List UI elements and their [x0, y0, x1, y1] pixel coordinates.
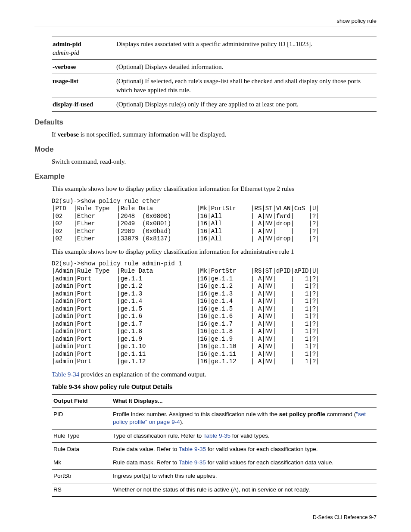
table-row: RS Whether or not the status of this rul…	[52, 483, 377, 496]
param-desc: (Optional) If selected, each rule's usag…	[115, 74, 377, 97]
output-desc: Whether or not the status of this rule i…	[111, 483, 377, 496]
section-defaults-heading: Defaults	[34, 118, 377, 128]
text-fragment: ).	[180, 419, 184, 425]
table-row: usage-list (Optional) If selected, each …	[52, 74, 377, 97]
parameter-table: admin-pid admin-pid Displays rules assoc…	[52, 37, 377, 112]
xref-link[interactable]: Table 9-35	[179, 446, 206, 452]
text-bold: verbose	[58, 131, 79, 138]
param-key-bold: display-if-used	[53, 101, 93, 108]
output-desc: Profile index number. Assigned to this c…	[111, 408, 377, 429]
output-desc: Rule data value. Refer to Table 9-35 for…	[111, 442, 377, 456]
table-row: Rule Type Type of classification rule. R…	[52, 429, 377, 442]
output-desc: Rule data mask. Refer to Table 9-35 for …	[111, 456, 377, 470]
col-what-displays: What It Displays...	[111, 394, 377, 408]
code-block-2: D2(su)->show policy rule admin-pid 1 |Ad…	[52, 260, 377, 366]
text-fragment: is not specified, summary information wi…	[79, 131, 226, 138]
table-row: display-if-used (Optional) Displays rule…	[52, 97, 377, 111]
text-fragment: provides an explanation of the command o…	[79, 371, 206, 378]
table-row: PortStr Ingress port(s) to which this ru…	[52, 470, 377, 483]
output-field: PortStr	[52, 470, 111, 483]
output-field: Mk	[52, 456, 111, 470]
col-output-field: Output Field	[52, 394, 111, 408]
output-field: RS	[52, 483, 111, 496]
table-row: -verbose (Optional) Displays detailed in…	[52, 60, 377, 74]
text-bold: set policy profile	[279, 411, 325, 417]
header-right: show policy rule	[337, 18, 377, 24]
table-row: Rule Data Rule data value. Refer to Tabl…	[52, 442, 377, 456]
text-fragment: for valid types.	[230, 432, 270, 439]
param-desc: Displays rules associated with a specifi…	[115, 37, 377, 60]
example-outro: Table 9-34 provides an explanation of th…	[52, 370, 377, 379]
output-desc: Ingress port(s) to which this rule appli…	[111, 470, 377, 483]
param-key-bold: -verbose	[53, 63, 76, 70]
footer-text: D-Series CLI Reference 9-7	[313, 514, 377, 520]
xref-link[interactable]: Table 9-35	[179, 459, 206, 466]
text-fragment: for valid values for each classification…	[206, 446, 318, 452]
page-header: show policy rule	[34, 17, 377, 27]
table-row: Mk Rule data mask. Refer to Table 9-35 f…	[52, 456, 377, 470]
output-field: PID	[52, 408, 111, 429]
code-block-1: D2(su)->show policy rule ether |PID |Rul…	[52, 198, 377, 243]
text-fragment: for valid values for each classification…	[206, 459, 333, 466]
table-ref-link[interactable]: Table 9-34	[52, 371, 79, 378]
output-details-table: Output Field What It Displays... PID Pro…	[52, 394, 377, 497]
text-fragment: Rule data mask. Refer to	[113, 459, 179, 466]
table-header-row: Output Field What It Displays...	[52, 394, 377, 408]
section-example-heading: Example	[34, 172, 377, 182]
table-row: PID Profile index number. Assigned to th…	[52, 408, 377, 429]
text-fragment: Profile index number. Assigned to this c…	[113, 411, 279, 417]
page-footer: D-Series CLI Reference 9-7	[34, 514, 377, 521]
param-key-bold: usage-list	[53, 78, 78, 84]
param-key-italic: admin-pid	[53, 49, 79, 56]
text-fragment: Type of classification rule. Refer to	[113, 432, 203, 439]
output-table-caption: Table 9-34 show policy rule Output Detai…	[52, 383, 377, 391]
xref-link[interactable]: Table 9-35	[203, 432, 230, 439]
section-mode-heading: Mode	[34, 145, 377, 155]
defaults-text: If verbose is not specified, summary inf…	[52, 130, 377, 139]
param-key-bold: admin-pid	[53, 40, 81, 47]
mode-text: Switch command, read-only.	[52, 157, 377, 166]
output-desc: Type of classification rule. Refer to Ta…	[111, 429, 377, 442]
example-intro-2: This example shows how to display policy…	[52, 247, 377, 256]
param-desc: (Optional) Displays detailed information…	[115, 60, 377, 74]
example-intro-1: This example shows how to display policy…	[52, 184, 377, 193]
param-desc: (Optional) Displays rule(s) only if they…	[115, 97, 377, 111]
output-field: Rule Type	[52, 429, 111, 442]
text-fragment: Rule data value. Refer to	[113, 446, 179, 452]
text-fragment: If	[52, 131, 58, 138]
table-row: admin-pid admin-pid Displays rules assoc…	[52, 37, 377, 60]
text-fragment: command (	[325, 411, 356, 417]
output-field: Rule Data	[52, 442, 111, 456]
